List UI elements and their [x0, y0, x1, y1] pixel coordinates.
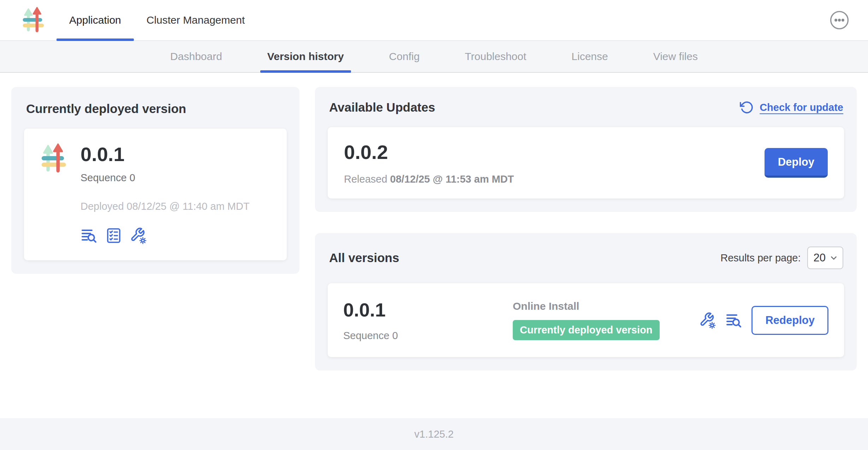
console-version-label: v1.125.2	[414, 428, 453, 440]
released-label: Released	[344, 173, 387, 185]
deployed-version-panel: 0.0.1 Sequence 0 Deployed 08/12/25 @ 11:…	[24, 129, 287, 260]
release-notes-button[interactable]	[81, 227, 97, 244]
active-tab-indicator	[57, 39, 134, 41]
wrench-gear-icon	[130, 227, 147, 244]
results-per-page-label: Results per page:	[720, 252, 801, 264]
app-subnav: Dashboard Version history Config Trouble…	[0, 41, 868, 73]
tab-application[interactable]: Application	[57, 0, 134, 40]
top-tabs: Application Cluster Management	[57, 0, 257, 40]
available-updates-card: Available Updates Check for update 0.0.2…	[315, 87, 857, 212]
subnav-license-label: License	[571, 51, 608, 63]
tab-cluster-management[interactable]: Cluster Management	[134, 0, 257, 40]
available-updates-header: Available Updates Check for update	[328, 99, 844, 114]
edit-config-button[interactable]	[130, 227, 147, 244]
update-info: 0.0.2 Released 08/12/25 @ 11:53 am MDT	[344, 141, 514, 185]
results-per-page-control: Results per page: 20	[720, 247, 843, 269]
row-version-number: 0.0.1	[343, 299, 513, 321]
subnav-config-label: Config	[389, 51, 420, 63]
subnav-item-license[interactable]: License	[564, 41, 615, 72]
currently-deployed-title: Currently deployed version	[26, 102, 287, 116]
update-row: 0.0.2 Released 08/12/25 @ 11:53 am MDT D…	[328, 127, 844, 199]
row-actions: Redeploy	[699, 306, 828, 335]
subnav-item-troubleshoot[interactable]: Troubleshoot	[458, 41, 533, 72]
app-logo-icon	[20, 6, 47, 34]
subnav-item-dashboard[interactable]: Dashboard	[163, 41, 229, 72]
row-release-notes-button[interactable]	[725, 312, 742, 329]
preflight-checks-icon	[105, 227, 122, 244]
row-sequence: Sequence 0	[343, 330, 513, 342]
row-version-info: 0.0.1 Sequence 0	[343, 299, 513, 342]
currently-deployed-card: Currently deployed version 0.0.1 Sequenc…	[11, 87, 299, 274]
deployed-timestamp: Deployed 08/12/25 @ 11:40 am MDT	[81, 201, 250, 212]
tab-cluster-management-label: Cluster Management	[147, 14, 245, 26]
tab-application-label: Application	[69, 14, 121, 26]
subnav-dashboard-label: Dashboard	[170, 51, 222, 63]
all-versions-card: All versions Results per page: 20 0.0.	[315, 233, 857, 371]
row-status-info: Online Install Currently deployed versio…	[513, 300, 699, 340]
row-edit-config-button[interactable]	[699, 312, 716, 329]
subnav-item-config[interactable]: Config	[382, 41, 427, 72]
refresh-icon	[740, 100, 754, 114]
subnav-item-version-history[interactable]: Version history	[260, 41, 351, 72]
active-subnav-indicator	[260, 70, 351, 73]
subnav-troubleshoot-label: Troubleshoot	[465, 51, 526, 63]
subnav-item-view-files[interactable]: View files	[646, 41, 705, 72]
all-versions-header: All versions Results per page: 20	[328, 245, 844, 269]
deployed-version-info: 0.0.1 Sequence 0 Deployed 08/12/25 @ 11:…	[81, 143, 250, 244]
version-row: 0.0.1 Sequence 0 Online Install Currentl…	[328, 283, 844, 357]
all-versions-title: All versions	[329, 251, 399, 265]
redeploy-button[interactable]: Redeploy	[751, 306, 828, 335]
deployed-version-number: 0.0.1	[81, 143, 250, 166]
results-per-page-value: 20	[814, 251, 826, 264]
available-updates-title: Available Updates	[329, 100, 435, 114]
check-for-update-label: Check for update	[760, 102, 843, 113]
released-date: 08/12/25 @ 11:53 am MDT	[390, 173, 514, 185]
ellipsis-icon	[829, 10, 850, 30]
release-notes-icon	[725, 312, 742, 329]
kots-admin-console: Application Cluster Management Dashboard…	[0, 0, 868, 450]
right-column: Available Updates Check for update 0.0.2…	[315, 87, 857, 371]
overflow-menu-button[interactable]	[829, 10, 850, 30]
wrench-gear-icon	[699, 312, 716, 329]
footer: v1.125.2	[0, 418, 868, 450]
chevron-down-icon	[829, 253, 838, 262]
subnav-view-files-label: View files	[653, 51, 698, 63]
release-notes-icon	[81, 227, 97, 244]
update-released-timestamp: Released 08/12/25 @ 11:53 am MDT	[344, 173, 514, 185]
check-for-update-link[interactable]: Check for update	[740, 100, 843, 114]
top-navbar: Application Cluster Management	[0, 0, 868, 41]
preflight-checks-button[interactable]	[105, 227, 122, 244]
currently-deployed-badge: Currently deployed version	[513, 320, 660, 340]
install-type-label: Online Install	[513, 300, 699, 312]
deployed-actions	[81, 227, 250, 244]
deployed-sequence: Sequence 0	[81, 172, 250, 184]
results-per-page-select[interactable]: 20	[807, 247, 843, 269]
subnav-version-history-label: Version history	[267, 51, 344, 63]
update-version-number: 0.0.2	[344, 141, 514, 164]
version-history-page: Currently deployed version 0.0.1 Sequenc…	[0, 73, 868, 418]
deploy-button[interactable]: Deploy	[765, 148, 828, 178]
app-logo-icon	[38, 143, 70, 244]
